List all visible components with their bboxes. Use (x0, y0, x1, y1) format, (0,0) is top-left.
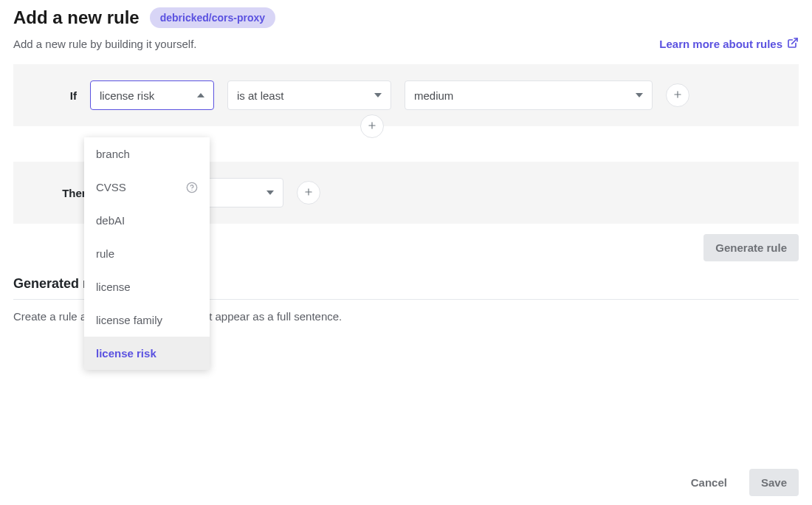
dropdown-option[interactable]: branch (84, 137, 210, 171)
svg-line-0 (792, 38, 797, 44)
dropdown-option[interactable]: license risk (84, 337, 210, 370)
save-button[interactable]: Save (749, 469, 799, 496)
subtitle: Add a new rule by building it yourself. (13, 38, 196, 50)
chevron-down-icon (636, 93, 643, 97)
sub-row: Add a new rule by building it yourself. … (13, 37, 799, 51)
if-label: If (31, 89, 77, 102)
if-field-select[interactable]: license risk (90, 80, 214, 110)
add-between-button[interactable] (360, 114, 384, 138)
dropdown-option-label: license family (96, 314, 162, 326)
add-condition-button[interactable] (666, 83, 689, 107)
dropdown-option-label: license (96, 281, 131, 293)
dropdown-option-label: branch (96, 148, 130, 160)
chevron-up-icon (197, 93, 204, 97)
help-icon[interactable] (186, 182, 198, 193)
generate-rule-button[interactable]: Generate rule (703, 234, 799, 261)
dropdown-option[interactable]: license (84, 270, 210, 303)
page-title: Add a new rule (13, 7, 140, 28)
learn-more-link[interactable]: Learn more about rules (659, 37, 799, 51)
if-threshold-select[interactable]: medium (405, 80, 653, 110)
footer: Cancel Save (679, 469, 799, 496)
dropdown-option-label: rule (96, 247, 114, 260)
external-link-icon (787, 37, 799, 51)
plus-icon (367, 120, 377, 133)
if-operator-select[interactable]: is at least (227, 80, 391, 110)
repo-badge: debricked/cors-proxy (150, 7, 275, 28)
header: Add a new rule debricked/cors-proxy (13, 7, 799, 28)
plus-icon (303, 187, 314, 199)
dropdown-option-label: license risk (96, 347, 156, 360)
cancel-button[interactable]: Cancel (679, 469, 739, 496)
dropdown-option[interactable]: debAI (84, 204, 210, 237)
if-row: If license risk is at least medium (31, 80, 781, 110)
chevron-down-icon (374, 93, 382, 97)
dropdown-scroll[interactable]: branchCVSSdebAIrulelicenselicense family… (84, 137, 210, 370)
dropdown-option[interactable]: rule (84, 237, 210, 270)
if-block: If license risk is at least medium (13, 64, 799, 126)
dropdown-option-label: debAI (96, 214, 125, 227)
dropdown-option[interactable]: CVSS (84, 171, 210, 204)
dropdown-option[interactable]: license family (84, 303, 210, 337)
learn-more-label: Learn more about rules (659, 38, 782, 50)
add-action-button[interactable] (297, 181, 320, 205)
if-threshold-value: medium (414, 89, 453, 102)
plus-icon (672, 89, 683, 102)
dropdown-option-label: CVSS (96, 181, 126, 193)
then-label: Then (31, 187, 89, 199)
if-field-dropdown: branchCVSSdebAIrulelicenselicense family… (84, 137, 210, 370)
if-operator-value: is at least (237, 89, 283, 102)
if-field-value: license risk (100, 89, 154, 102)
chevron-down-icon (266, 190, 274, 195)
